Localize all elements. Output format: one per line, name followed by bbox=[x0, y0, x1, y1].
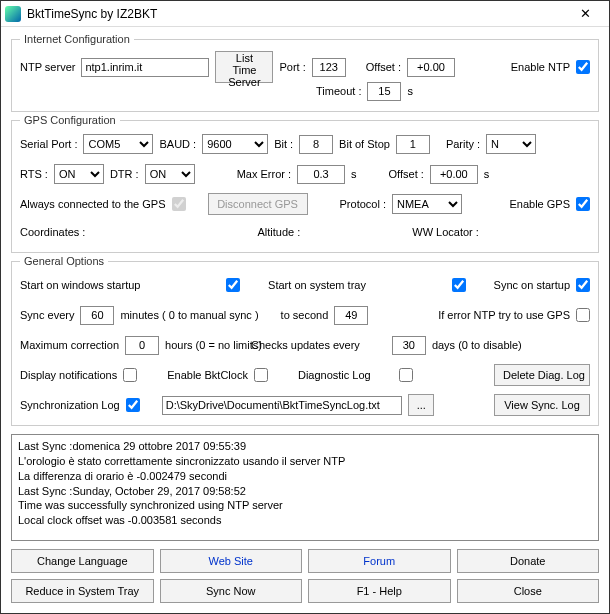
to-second-label: to second bbox=[281, 309, 329, 321]
start-win-label: Start on windows startup bbox=[20, 279, 140, 291]
always-gps-checkbox bbox=[172, 197, 186, 211]
serial-port-label: Serial Port : bbox=[20, 138, 77, 150]
close-icon[interactable]: ✕ bbox=[565, 3, 605, 25]
diag-checkbox[interactable] bbox=[399, 368, 413, 382]
start-win-checkbox[interactable] bbox=[226, 278, 240, 292]
check-upd-label: Checks updates every bbox=[251, 339, 360, 351]
log-output[interactable]: Last Sync :domenica 29 ottobre 2017 09:5… bbox=[11, 434, 599, 541]
enable-ntp-checkbox[interactable] bbox=[576, 60, 590, 74]
max-corr-label: Maximum correction bbox=[20, 339, 119, 351]
main-window: BktTimeSync by IZ2BKT ✕ Internet Configu… bbox=[0, 0, 610, 614]
max-corr-unit: hours (0 = no limits) bbox=[165, 339, 229, 351]
donate-button[interactable]: Donate bbox=[457, 549, 600, 573]
maxerr-input[interactable] bbox=[297, 165, 345, 184]
gps-config-group: GPS Configuration Serial Port : COM5 BAU… bbox=[11, 114, 599, 253]
gps-offset-input[interactable] bbox=[430, 165, 478, 184]
check-upd-unit: days (0 to disable) bbox=[432, 339, 522, 351]
bktclock-checkbox[interactable] bbox=[254, 368, 268, 382]
maxerr-label: Max Error : bbox=[237, 168, 291, 180]
timeout-input[interactable] bbox=[367, 82, 401, 101]
bit-input[interactable] bbox=[299, 135, 333, 154]
start-tray-label: Start on system tray bbox=[268, 279, 366, 291]
enable-gps-label: Enable GPS bbox=[509, 198, 570, 210]
sync-start-checkbox[interactable] bbox=[576, 278, 590, 292]
change-language-button[interactable]: Change Language bbox=[11, 549, 154, 573]
log-path-input[interactable] bbox=[162, 396, 402, 415]
maxerr-unit: s bbox=[351, 168, 357, 180]
offset-input[interactable] bbox=[407, 58, 455, 77]
internet-legend: Internet Configuration bbox=[20, 33, 134, 45]
sync-start-label: Sync on startup bbox=[494, 279, 570, 291]
always-gps-label: Always connected to the GPS bbox=[20, 198, 166, 210]
gps-legend: GPS Configuration bbox=[20, 114, 120, 126]
app-icon bbox=[5, 6, 21, 22]
timeout-label: Timeout : bbox=[316, 85, 361, 97]
bktclock-label: Enable BktClock bbox=[167, 369, 248, 381]
sync-every-label: Sync every bbox=[20, 309, 74, 321]
offset-label: Offset : bbox=[366, 61, 401, 73]
enable-ntp-label: Enable NTP bbox=[511, 61, 570, 73]
max-corr-input[interactable] bbox=[125, 336, 159, 355]
general-legend: General Options bbox=[20, 255, 108, 267]
notify-checkbox[interactable] bbox=[123, 368, 137, 382]
wwlocator-label: WW Locator : bbox=[412, 226, 479, 238]
protocol-select[interactable]: NMEA bbox=[392, 194, 462, 214]
button-bar: Change Language Web Site Forum Donate Re… bbox=[11, 549, 599, 603]
view-log-button[interactable]: View Sync. Log bbox=[494, 394, 590, 416]
help-button[interactable]: F1 - Help bbox=[308, 579, 451, 603]
parity-label: Parity : bbox=[446, 138, 480, 150]
check-upd-input[interactable] bbox=[392, 336, 426, 355]
err-gps-label: If error NTP try to use GPS bbox=[438, 309, 570, 321]
timeout-unit: s bbox=[407, 85, 413, 97]
port-label: Port : bbox=[279, 61, 305, 73]
dtr-select[interactable]: ON bbox=[145, 164, 195, 184]
diag-label: Diagnostic Log bbox=[298, 369, 371, 381]
start-tray-checkbox[interactable] bbox=[452, 278, 466, 292]
reduce-tray-button[interactable]: Reduce in System Tray bbox=[11, 579, 154, 603]
bitstop-input[interactable] bbox=[396, 135, 430, 154]
baud-label: BAUD : bbox=[159, 138, 196, 150]
list-time-server-button[interactable]: List Time Server bbox=[215, 51, 273, 83]
rts-label: RTS : bbox=[20, 168, 48, 180]
altitude-label: Altitude : bbox=[257, 226, 300, 238]
internet-config-group: Internet Configuration NTP server List T… bbox=[11, 33, 599, 112]
sync-every-input[interactable] bbox=[80, 306, 114, 325]
rts-select[interactable]: ON bbox=[54, 164, 104, 184]
dtr-label: DTR : bbox=[110, 168, 139, 180]
port-input[interactable] bbox=[312, 58, 346, 77]
to-second-input[interactable] bbox=[334, 306, 368, 325]
coordinates-label: Coordinates : bbox=[20, 226, 85, 238]
browse-log-button[interactable]: ... bbox=[408, 394, 434, 416]
enable-gps-checkbox[interactable] bbox=[576, 197, 590, 211]
baud-select[interactable]: 9600 bbox=[202, 134, 268, 154]
disconnect-gps-button: Disconnect GPS bbox=[208, 193, 308, 215]
close-button[interactable]: Close bbox=[457, 579, 600, 603]
general-options-group: General Options Start on windows startup… bbox=[11, 255, 599, 426]
ntp-server-input[interactable] bbox=[81, 58, 209, 77]
gps-offset-label: Offset : bbox=[389, 168, 424, 180]
sync-log-checkbox[interactable] bbox=[126, 398, 140, 412]
gps-offset-unit: s bbox=[484, 168, 490, 180]
forum-button[interactable]: Forum bbox=[308, 549, 451, 573]
window-title: BktTimeSync by IZ2BKT bbox=[27, 7, 565, 21]
website-button[interactable]: Web Site bbox=[160, 549, 303, 573]
delete-diag-button[interactable]: Delete Diag. Log bbox=[494, 364, 590, 386]
protocol-label: Protocol : bbox=[340, 198, 386, 210]
bit-label: Bit : bbox=[274, 138, 293, 150]
serial-port-select[interactable]: COM5 bbox=[83, 134, 153, 154]
sync-every-unit: minutes ( 0 to manual sync ) bbox=[120, 309, 258, 321]
notify-label: Display notifications bbox=[20, 369, 117, 381]
sync-log-label: Synchronization Log bbox=[20, 399, 120, 411]
parity-select[interactable]: N bbox=[486, 134, 536, 154]
err-gps-checkbox[interactable] bbox=[576, 308, 590, 322]
content-area: Internet Configuration NTP server List T… bbox=[1, 27, 609, 613]
bitstop-label: Bit of Stop bbox=[339, 138, 390, 150]
sync-now-button[interactable]: Sync Now bbox=[160, 579, 303, 603]
ntp-server-label: NTP server bbox=[20, 61, 75, 73]
titlebar: BktTimeSync by IZ2BKT ✕ bbox=[1, 1, 609, 27]
